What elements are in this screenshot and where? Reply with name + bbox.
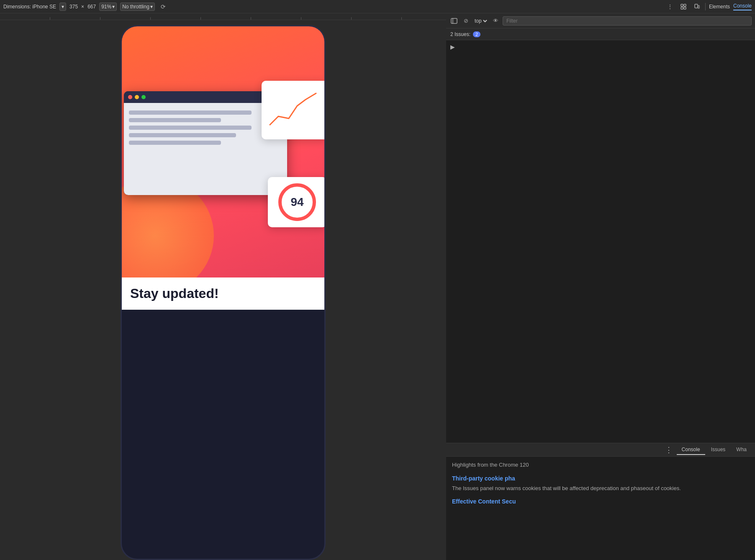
content-lines: [129, 108, 282, 190]
chart-svg: [266, 85, 324, 135]
dimensions-label: Dimensions: iPhone SE: [3, 4, 56, 10]
ruler-mark: [251, 17, 301, 20]
app-title: Stay updated!: [130, 286, 316, 301]
tab-what[interactable]: Wha: [731, 445, 752, 455]
ruler-mark: [352, 17, 402, 20]
sidebar-toggle-icon[interactable]: [449, 16, 459, 26]
top-toolbar: Dimensions: iPhone SE ▾ 375 × 667 91% ▾ …: [0, 0, 755, 13]
eye-icon[interactable]: 👁: [491, 16, 500, 26]
no-entry-icon[interactable]: ⊘: [461, 16, 470, 26]
ruler-mark: [50, 17, 100, 20]
kebab-menu-icon[interactable]: ⋮: [665, 2, 675, 12]
svg-rect-0: [681, 4, 683, 6]
traffic-light-red: [128, 95, 132, 99]
chrome-highlight-text: Highlights from the Chrome 120: [452, 461, 749, 469]
cookie-text: The Issues panel now warns cookies that …: [452, 484, 749, 493]
score-card: 94: [268, 177, 324, 227]
bottom-content: Highlights from the Chrome 120 Third-par…: [446, 457, 755, 560]
content-line: [129, 118, 221, 122]
throttling-select[interactable]: No throttling ▾: [120, 3, 155, 11]
inspect-element-icon[interactable]: [678, 2, 688, 12]
cookie-section-title[interactable]: Third-party cookie pha: [452, 475, 749, 482]
svg-rect-2: [681, 7, 683, 9]
tab-issues[interactable]: Issues: [706, 445, 731, 455]
dimensions-chevron: ▾: [62, 4, 64, 10]
cross-icon: ×: [81, 4, 84, 10]
phone-mockup: 94 Stay updated!: [121, 25, 326, 560]
page-area: 94 Stay updated!: [0, 20, 446, 560]
content-line: [129, 133, 236, 137]
svg-rect-4: [695, 4, 698, 8]
dimensions-select[interactable]: ▾: [59, 3, 66, 11]
app-hero: 94: [122, 26, 324, 277]
svg-rect-3: [684, 7, 686, 9]
content-line: [129, 110, 252, 115]
ruler-mark: [201, 17, 251, 20]
more-dots-icon[interactable]: ⋮: [662, 445, 676, 455]
svg-rect-6: [451, 18, 457, 23]
bottom-tabs: ⋮ Console Issues Wha: [446, 443, 755, 457]
ruler-mark: [151, 17, 201, 20]
score-circle: 94: [278, 183, 316, 221]
score-number: 94: [290, 195, 303, 209]
issues-bar: 2 Issues: 2: [446, 28, 755, 40]
app-content: Stay updated!: [122, 277, 324, 310]
elements-tab[interactable]: Elements: [709, 4, 730, 10]
traffic-light-green: [141, 95, 146, 99]
ruler-mark: [301, 17, 352, 20]
tab-console[interactable]: Console: [677, 445, 705, 455]
filter-input[interactable]: [503, 16, 752, 26]
issues-badge: 2: [473, 31, 480, 37]
context-select[interactable]: top: [473, 18, 488, 24]
devtools-main: [446, 54, 755, 443]
svg-rect-1: [684, 4, 686, 6]
height-value: 667: [87, 4, 96, 10]
width-value: 375: [69, 4, 78, 10]
zoom-select[interactable]: 91% ▾: [99, 3, 117, 11]
content-line: [129, 141, 221, 145]
main-area: 94 Stay updated! ⊘ top: [0, 13, 755, 560]
traffic-light-yellow: [135, 95, 139, 99]
devtools-panel: ⊘ top 👁 2 Issues: 2 ▶ ⋮ Console Issue: [446, 13, 755, 560]
devtools-toolbar: ⊘ top 👁: [446, 13, 755, 28]
bottom-panel: ⋮ Console Issues Wha Highlights from the…: [446, 443, 755, 560]
expand-arrow[interactable]: ▶: [446, 40, 755, 54]
content-section-title[interactable]: Effective Content Secu: [452, 498, 749, 505]
console-tab[interactable]: Console: [733, 3, 752, 10]
svg-rect-5: [698, 5, 699, 8]
content-line: [129, 126, 252, 130]
viewport-panel: 94 Stay updated!: [0, 13, 446, 560]
ruler: [0, 13, 446, 20]
ruler-marks: [0, 13, 446, 20]
ruler-mark: [100, 17, 151, 20]
device-mode-icon[interactable]: [692, 2, 702, 12]
chart-card: [262, 81, 324, 139]
rotate-icon[interactable]: ⟳: [158, 2, 168, 12]
ruler-mark: [0, 17, 50, 20]
issues-label: 2 Issues:: [450, 31, 470, 37]
